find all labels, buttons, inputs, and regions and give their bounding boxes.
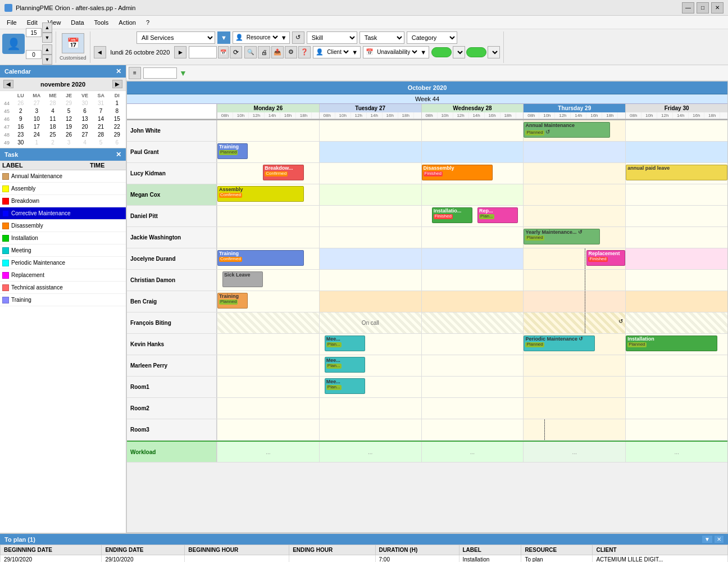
to-plan-panel: To plan (1) ▼ ✕ BEGINNING DATE ENDING DA… [0, 533, 728, 562]
row-kevin-hanks: Kevin Hanks Mee... Plan... Periodic Main… [127, 334, 727, 355]
event-training-paul1[interactable]: Training Planned [217, 143, 248, 159]
to-plan-close-btn[interactable]: ✕ [715, 536, 724, 543]
event-training-ben[interactable]: Training Planned [217, 293, 248, 309]
view-mode-btn[interactable]: ≡ [129, 67, 141, 79]
spinner2-down[interactable]: ▼ [42, 55, 52, 65]
category-dropdown[interactable]: Category [407, 31, 457, 44]
event-sick-leave-christian[interactable]: Sick Leave [222, 271, 263, 287]
cal-week-45: 45 2 3 4 5 6 7 8 [1, 107, 125, 115]
calendar-panel: Calendar ✕ ◀ novembre 2020 ▶ LU MA ME JE… [0, 65, 126, 148]
task-replacement[interactable]: Replacement [0, 269, 126, 282]
refresh-date-btn[interactable]: ⟳ [230, 46, 242, 58]
event-annual-leave-lucy[interactable]: annual paid leave [626, 165, 727, 180]
task-corrective-maintenance[interactable]: Corrective Maintenance [0, 207, 126, 220]
calendar-close-btn[interactable]: ✕ [116, 67, 121, 75]
client-filter[interactable]: 👤 Client ▼ [313, 46, 361, 58]
event-replacement-daniel[interactable]: Rep... Plan... [477, 207, 518, 223]
christian-days: Sick Leave [217, 270, 727, 291]
row1-client: ACTEMIUM LILLE DIGIT... [593, 555, 728, 563]
to-plan-collapse-btn[interactable]: ▼ [702, 536, 712, 543]
unavailability-select[interactable]: Unavailability [375, 48, 419, 56]
task-annual-maintenance[interactable]: Annual Maintenance [0, 170, 126, 183]
event-periodic-maint-kevin[interactable]: Periodic Maintenance ↺ Planned [524, 336, 595, 351]
event-installation-kevin[interactable]: Installation Planned [626, 336, 717, 351]
titlebar-controls[interactable]: — □ ✕ [682, 2, 724, 13]
minimize-button[interactable]: — [682, 2, 694, 13]
settings-btn[interactable]: ⚙ [285, 46, 297, 58]
print-btn[interactable]: 🖨 [258, 46, 270, 58]
cal-prev-btn[interactable]: ◀ [3, 80, 13, 88]
refresh-btn[interactable]: ↺ [292, 31, 304, 44]
toggle2[interactable] [466, 47, 486, 57]
event-training-jocelyne[interactable]: Training Confirmed [217, 250, 304, 266]
calendar-panel-header: Calendar ✕ [0, 65, 126, 78]
export-btn[interactable]: 📤 [271, 46, 284, 58]
week-label: Week 44 [127, 94, 727, 104]
skill-dropdown[interactable]: Skill [307, 31, 357, 44]
task-assembly[interactable]: Assembly [0, 183, 126, 195]
date-input[interactable] [189, 46, 217, 58]
resource-daniel-pitt: Daniel Pitt [127, 206, 217, 226]
event-meeting-kevin[interactable]: Mee... Plan... [325, 336, 365, 351]
col-end-date: ENDING DATE [102, 545, 185, 555]
help-btn[interactable]: ❓ [298, 46, 311, 58]
toggle2-select[interactable] [488, 46, 500, 58]
task-list: Annual Maintenance Assembly Breakdown Co… [0, 170, 126, 533]
search-field[interactable] [143, 67, 177, 79]
spinner1-up[interactable]: ▲ [42, 22, 52, 33]
task-dropdown[interactable]: Task [360, 31, 404, 44]
room1-days: Mee... Plan... [217, 377, 727, 397]
spinner1-input[interactable] [26, 28, 42, 37]
task-breakdown[interactable]: Breakdown [0, 195, 126, 207]
task-disassembly[interactable]: Disassembly [0, 220, 126, 232]
calendar-nav: ◀ novembre 2020 ▶ [0, 78, 126, 91]
maximize-button[interactable]: □ [697, 2, 709, 13]
event-annual-maintenance-john[interactable]: Annual Maintenance Planned ↺ [524, 122, 610, 138]
resource-select[interactable]: Resource [244, 34, 280, 41]
task-installation[interactable]: Installation [0, 232, 126, 244]
app-icon [4, 4, 12, 12]
spinner2-input[interactable] [26, 50, 42, 59]
search-btn[interactable]: 🔍 [244, 46, 257, 58]
toggle1[interactable] [431, 47, 452, 57]
toggle1-select[interactable] [453, 46, 465, 58]
event-breakdown-lucy[interactable]: Breakdow... Confirmed [263, 165, 303, 180]
row1-resource: To plan [521, 555, 593, 563]
filter-btn[interactable]: ▼ [217, 31, 230, 44]
task-training[interactable]: Training [0, 294, 126, 306]
to-plan-row-1[interactable]: 29/10/2020 29/10/2020 7:00 Installation … [1, 555, 728, 563]
task-technical-assistance[interactable]: Technical assistance [0, 282, 126, 294]
event-installation-daniel[interactable]: Installatio... Finished [432, 207, 472, 223]
calendar-view-btn[interactable]: 📅 [62, 33, 84, 53]
to-plan-table-wrapper: BEGINNING DATE ENDING DATE BEGINNING HOU… [0, 545, 728, 562]
event-meeting-marleen[interactable]: Mee... Plan... [325, 357, 365, 373]
date-next-btn[interactable]: ▶ [174, 46, 186, 58]
close-button[interactable]: ✕ [711, 2, 724, 13]
menu-data[interactable]: Data [66, 18, 88, 27]
event-assembly-megan[interactable]: Assembly Confirmed [217, 186, 304, 202]
menu-tools[interactable]: Tools [90, 18, 113, 27]
task-meeting[interactable]: Meeting [0, 244, 126, 257]
task-periodic-maintenance[interactable]: Periodic Maintenance [0, 257, 126, 269]
date-picker-btn[interactable]: 📅 [218, 46, 229, 58]
task-panel-close[interactable]: ✕ [116, 151, 121, 158]
unavailability-filter[interactable]: 📅 Unavailability ▼ [363, 46, 429, 58]
menu-action[interactable]: Action [114, 18, 140, 27]
services-dropdown[interactable]: All Services [136, 31, 215, 44]
menu-help[interactable]: ? [142, 18, 154, 27]
spinner1-down[interactable]: ▼ [42, 33, 52, 43]
titlebar: PlanningPME Orion - after-sales.pp - Adm… [0, 0, 728, 16]
event-yearly-maint-jackie[interactable]: Yearly Maintenance... ↺ Planned [524, 229, 600, 244]
paul-grant-days: Training Planned [217, 142, 727, 162]
event-disassembly-lucy[interactable]: Disassembly Finished [422, 165, 493, 180]
event-replacement-jocelyne[interactable]: Replacement Finished [586, 250, 625, 266]
cal-next-btn[interactable]: ▶ [112, 80, 122, 88]
resource-filter[interactable]: 👤 Resource ▼ [233, 31, 290, 44]
task-color-annual [2, 173, 9, 180]
row1-begin-date: 29/10/2020 [1, 555, 102, 563]
date-prev-btn[interactable]: ◀ [94, 46, 106, 58]
spinner2-up[interactable]: ▲ [42, 44, 52, 55]
schedule-scroll[interactable]: October 2020 Week 44 Monday 26 Tuesday 2… [126, 81, 728, 533]
client-select[interactable]: Client [325, 48, 351, 56]
event-meeting-room1[interactable]: Mee... Plan... [325, 378, 365, 394]
